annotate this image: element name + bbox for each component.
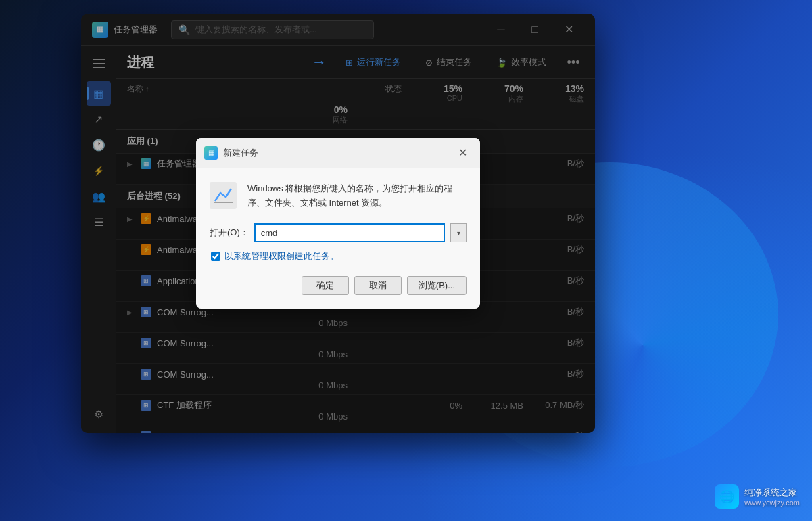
- new-task-dialog: ▦ 新建任务 ✕ Windows 将根据您所键入的名称，为您打开相应的程序、文: [196, 138, 480, 309]
- dialog-body: Windows 将根据您所键入的名称，为您打开相应的程序、文件夹、文档或 Int…: [196, 168, 480, 309]
- open-label: 打开(O)：: [210, 227, 249, 239]
- dialog-close-button[interactable]: ✕: [453, 143, 472, 162]
- watermark-icon: 🌐: [715, 484, 739, 509]
- dropdown-button[interactable]: ▾: [450, 223, 467, 242]
- dialog-overlay: ▦ 新建任务 ✕ Windows 将根据您所键入的名称，为您打开相应的程序、文: [81, 14, 595, 433]
- admin-checkbox-row: 以系统管理权限创建此任务。: [210, 250, 467, 263]
- open-row: 打开(O)： ▾: [210, 223, 467, 242]
- dialog-description: Windows 将根据您所键入的名称，为您打开相应的程序、文件夹、文档或 Int…: [210, 182, 467, 210]
- dialog-title-icon: ▦: [204, 146, 218, 160]
- ok-button[interactable]: 确定: [302, 276, 349, 295]
- admin-checkbox-label[interactable]: 以系统管理权限创建此任务。: [224, 250, 339, 263]
- watermark-brand: 纯净系统之家: [744, 486, 800, 499]
- admin-checkbox[interactable]: [211, 252, 220, 261]
- browse-button[interactable]: 浏览(B)...: [407, 276, 467, 295]
- taskmanager-window: ▦ 任务管理器 🔍 键入要搜索的名称、发布者或... ─ □ ✕ ▦ ↗: [81, 14, 595, 433]
- watermark-url: www.ycwjzy.com: [744, 499, 800, 507]
- cancel-button[interactable]: 取消: [354, 276, 402, 295]
- watermark: 🌐 纯净系统之家 www.ycwjzy.com: [715, 484, 800, 509]
- dialog-titlebar: ▦ 新建任务 ✕: [196, 138, 480, 168]
- watermark-text: 纯净系统之家 www.ycwjzy.com: [744, 486, 800, 507]
- dialog-title-text: 新建任务: [223, 147, 448, 159]
- dialog-desc-icon: [210, 182, 237, 209]
- open-input[interactable]: [254, 223, 445, 242]
- dialog-description-text: Windows 将根据您所键入的名称，为您打开相应的程序、文件夹、文档或 Int…: [247, 182, 467, 210]
- dialog-buttons: 确定 取消 浏览(B)...: [210, 276, 467, 295]
